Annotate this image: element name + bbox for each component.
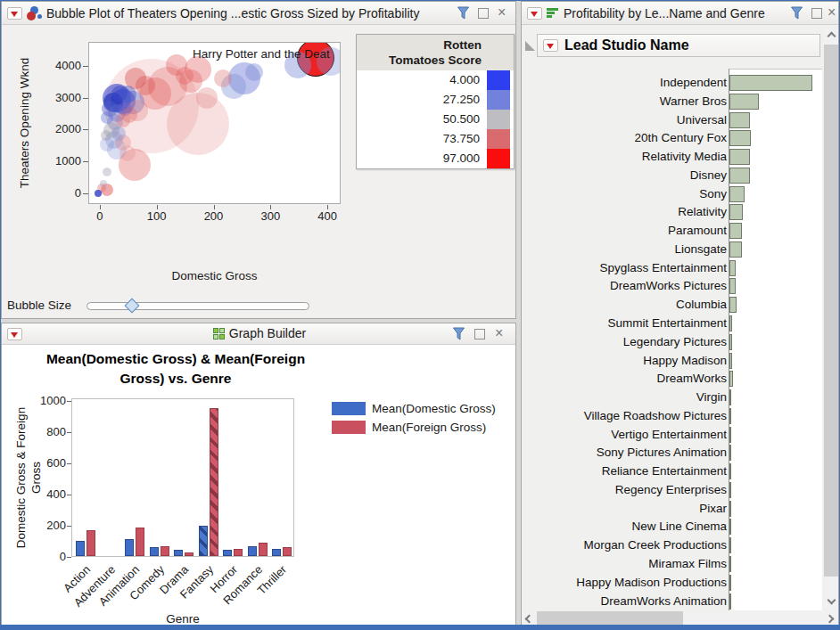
red-triangle-menu-icon[interactable]	[7, 7, 22, 20]
bar-domestic[interactable]	[174, 550, 183, 556]
legend-entry[interactable]: 50.500	[357, 110, 514, 129]
bar-foreign[interactable]	[136, 528, 144, 556]
bubble[interactable]	[245, 63, 263, 81]
bar-domestic[interactable]	[223, 550, 232, 556]
bar-foreign[interactable]	[161, 546, 169, 556]
studio-bar[interactable]	[729, 445, 731, 461]
studio-label: Vertigo Entertainment	[523, 428, 727, 441]
bar-domestic[interactable]	[76, 541, 85, 556]
vertical-scrollbar[interactable]	[824, 29, 839, 610]
studio-bar[interactable]	[729, 223, 742, 239]
bubble[interactable]	[119, 145, 136, 161]
studio-bar[interactable]	[729, 482, 731, 498]
bubble[interactable]	[103, 168, 111, 176]
studio-bar[interactable]	[729, 94, 759, 110]
maximize-icon[interactable]	[478, 8, 489, 19]
bar-domestic[interactable]	[248, 546, 257, 556]
bubble[interactable]	[101, 130, 111, 141]
bubble[interactable]	[111, 127, 126, 141]
legend-entry[interactable]: 73.750	[357, 129, 514, 149]
bar-foreign[interactable]	[259, 543, 268, 556]
studio-bar[interactable]	[729, 556, 731, 572]
studio-bar[interactable]	[729, 463, 731, 479]
bubble-size-slider[interactable]	[86, 302, 309, 310]
bar-chart-icon	[547, 8, 559, 20]
bubble[interactable]	[136, 76, 155, 95]
scroll-up-icon[interactable]	[824, 29, 839, 44]
x-tick-label: 0	[73, 209, 127, 223]
bubble[interactable]	[214, 70, 232, 87]
maximize-icon[interactable]	[811, 8, 822, 19]
studio-bar[interactable]	[729, 501, 731, 517]
studio-label: Sony Pictures Animation	[523, 446, 727, 459]
x-tick-mark	[270, 205, 271, 209]
bar-foreign[interactable]	[210, 408, 218, 556]
red-triangle-menu-icon[interactable]	[527, 7, 542, 20]
y-tick-mark	[67, 432, 71, 433]
bar-foreign[interactable]	[283, 547, 292, 556]
y-tick-mark	[83, 193, 88, 194]
studio-bar[interactable]	[729, 130, 751, 146]
studio-bar[interactable]	[729, 112, 750, 128]
legend-entry[interactable]: 97.000	[357, 149, 514, 168]
studio-bar[interactable]	[729, 168, 750, 184]
bubble[interactable]	[111, 86, 128, 102]
studio-bar[interactable]	[729, 353, 732, 369]
collapse-triangle-icon[interactable]	[525, 41, 535, 51]
studio-bar[interactable]	[729, 537, 731, 553]
legend-entry[interactable]: 4.000	[357, 70, 514, 90]
bar-foreign[interactable]	[234, 549, 243, 556]
vertical-scrollbar-thumb[interactable]	[824, 45, 839, 577]
studio-bar[interactable]	[729, 260, 736, 276]
studio-bar[interactable]	[729, 75, 812, 91]
x-tick-mark	[100, 205, 101, 209]
horizontal-scrollbar-thumb[interactable]	[537, 611, 683, 626]
studio-bar[interactable]	[729, 315, 732, 331]
data-filter-icon[interactable]	[790, 6, 803, 23]
bar-domestic[interactable]	[199, 526, 208, 556]
legend-color-swatch	[487, 70, 510, 90]
maximize-icon[interactable]	[474, 329, 485, 340]
studio-bar[interactable]	[729, 575, 731, 591]
studio-bar[interactable]	[729, 593, 731, 610]
close-icon[interactable]: ×	[495, 327, 503, 340]
scroll-left-icon[interactable]	[522, 611, 538, 626]
studio-bar[interactable]	[729, 297, 737, 313]
y-tick-mark	[83, 66, 88, 67]
studio-bar[interactable]	[729, 204, 743, 220]
studio-bar[interactable]	[729, 427, 731, 443]
bar-foreign[interactable]	[86, 530, 95, 556]
studio-bar[interactable]	[729, 149, 750, 165]
scroll-right-icon[interactable]	[824, 611, 839, 626]
data-filter-icon[interactable]	[452, 327, 465, 344]
legend-entry[interactable]: 27.250	[357, 90, 514, 110]
legend-entry[interactable]: Mean(Foreign Gross)	[332, 418, 496, 437]
studio-bar[interactable]	[729, 334, 732, 350]
red-triangle-menu-icon[interactable]	[543, 39, 558, 52]
studio-label: Warner Bros	[523, 94, 727, 108]
studio-bar[interactable]	[729, 371, 733, 387]
studio-label: Pixar	[523, 502, 727, 515]
studio-bar[interactable]	[729, 278, 736, 294]
y-tick-label: 200	[21, 519, 66, 532]
bar-foreign[interactable]	[185, 552, 194, 556]
horizontal-scrollbar[interactable]	[522, 611, 839, 626]
y-tick-label: 400	[21, 487, 66, 501]
bubble[interactable]	[116, 113, 130, 127]
data-filter-icon[interactable]	[457, 6, 470, 23]
studio-bar[interactable]	[729, 186, 745, 202]
close-icon[interactable]: ×	[498, 6, 506, 19]
scroll-down-icon[interactable]	[824, 594, 839, 610]
studio-bar[interactable]	[729, 408, 731, 424]
studio-bar[interactable]	[729, 519, 731, 535]
bar-domestic[interactable]	[125, 539, 134, 556]
legend-entry[interactable]: Mean(Domestic Gross)	[332, 399, 496, 418]
close-icon[interactable]: ×	[828, 6, 836, 19]
y-tick-mark	[67, 495, 71, 495]
studio-bar[interactable]	[729, 241, 742, 258]
bubble[interactable]	[95, 190, 102, 197]
bubble-size-slider-thumb[interactable]	[125, 299, 140, 314]
bar-domestic[interactable]	[150, 547, 159, 557]
studio-bar[interactable]	[729, 389, 731, 405]
bar-domestic[interactable]	[272, 549, 281, 556]
